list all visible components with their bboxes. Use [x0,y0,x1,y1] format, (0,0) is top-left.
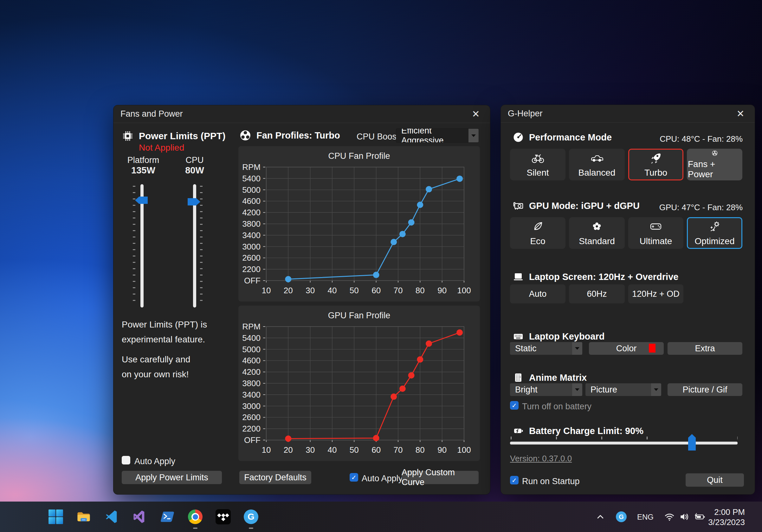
tidal-button[interactable] [215,508,231,525]
svg-text:100: 100 [457,286,471,295]
tidal-icon [215,509,231,524]
power-auto-apply-checkbox[interactable] [122,456,130,465]
battery-icon [512,425,524,436]
apply-power-limits-button[interactable]: Apply Power Limits [122,471,222,484]
ghelper-icon: G [244,509,258,524]
svg-text:3800: 3800 [242,379,261,388]
close-icon[interactable]: ✕ [733,107,748,121]
svg-text:60: 60 [371,445,381,455]
chevron-down-icon[interactable] [469,129,479,142]
svg-text:2600: 2600 [242,253,261,263]
gpu-button-ultimate[interactable]: Ultimate [628,217,683,249]
svg-text:20: 20 [284,445,293,455]
vscode-icon [104,509,119,524]
ghelper-titlebar[interactable]: G-Helper ✕ [501,105,755,123]
fan-profiles-title: Fan Profiles: Turbo [257,130,340,141]
powershell-button[interactable] [159,508,176,525]
laptop-keyboard-header: Laptop Keyboard [512,331,604,342]
start-button[interactable] [47,508,64,525]
svg-text:OFF: OFF [244,276,261,285]
file-explorer-button[interactable] [75,508,92,525]
svg-text:80: 80 [416,445,425,455]
mode-button-fans-power[interactable]: Fans + Power [687,149,742,181]
chevron-down-icon[interactable] [572,342,582,355]
svg-text:100: 100 [457,445,471,455]
svg-text:3400: 3400 [242,390,261,400]
platform-slider-thumb[interactable] [135,196,148,204]
curve-auto-apply-checkbox[interactable]: ✓ [349,473,358,482]
gpu-button-eco[interactable]: Eco [510,217,566,249]
factory-defaults-button[interactable]: Factory Defaults [239,471,311,484]
version-link[interactable]: Version: 0.37.0.0 [510,454,572,464]
chevron-down-icon[interactable] [572,383,582,396]
cpu-boost-select[interactable]: Efficient Aggressive [396,128,479,143]
svg-text:30: 30 [306,445,315,455]
chevron-down-icon[interactable] [651,383,661,396]
battery-charging-icon [694,512,706,522]
magic-gear-icon [708,220,722,234]
svg-text:5000: 5000 [242,185,261,195]
ghelper-taskbar-button[interactable]: G [243,508,259,525]
anime-brightness-select[interactable]: Bright [510,383,582,396]
taskbar: G G ENG [0,501,762,532]
vscode-button[interactable] [103,508,120,525]
power-limits-note-1: Power Limits (PPT) is experimental featu… [122,317,207,347]
wifi-button[interactable] [663,508,676,525]
clock[interactable]: 2:00 PM 3/23/2023 [708,507,745,527]
svg-text:4600: 4600 [242,356,261,365]
power-limits-title: Power Limits (PPT) [139,131,225,141]
tray-overflow-button[interactable] [595,508,606,525]
tray-date: 3/23/2023 [708,517,745,527]
anime-running-select[interactable]: Picture [585,383,661,396]
apply-custom-curve-button[interactable]: Apply Custom Curve [402,471,479,484]
ghelper-tray-button[interactable]: G [615,508,628,525]
volume-button[interactable] [678,508,691,525]
mode-button-turbo[interactable]: Turbo [628,149,683,181]
chrome-button[interactable] [187,508,203,525]
anime-picture-gif-button[interactable]: Picture / Gif [667,383,742,396]
fans-window-titlebar[interactable]: Fans and Power ✕ [114,105,490,123]
battery-slider-track[interactable] [510,442,737,444]
svg-text:50: 50 [349,286,359,295]
windows-start-icon [48,509,63,524]
quit-button[interactable]: Quit [686,473,744,487]
car-icon [590,151,604,165]
curve-auto-apply-label: Auto Apply [362,474,403,484]
battery-tray-button[interactable] [693,508,707,525]
run-on-startup-checkbox[interactable]: ✓ [510,476,519,485]
platform-slider-ticks [133,186,135,304]
keyboard-color-button[interactable]: Color [589,342,664,355]
anime-matrix-header: Anime Matrix [512,372,587,383]
keyboard-mode-value: Static [510,342,572,355]
svg-text:3800: 3800 [242,219,261,229]
cpu-temp-status: CPU: 48°C - Fan: 28% [660,134,743,144]
anime-battery-checkbox[interactable]: ✓ [510,401,519,410]
language-indicator[interactable]: ENG [637,513,653,521]
svg-text:2200: 2200 [242,424,261,433]
screen-button-60hz[interactable]: 60Hz [569,284,625,303]
ghelper-title: G-Helper [508,109,543,118]
svg-text:10: 10 [262,286,271,295]
mode-button-balanced[interactable]: Balanced [569,149,625,181]
screen-button-auto[interactable]: Auto [510,284,566,303]
mode-button-silent[interactable]: Silent [510,149,566,181]
wifi-icon [664,511,675,522]
ghelper-running-indicator [249,528,253,529]
cpu-slider-thumb[interactable] [188,198,200,205]
gpu-button-standard[interactable]: Standard [569,217,625,249]
screen-button-120hz-od[interactable]: 120Hz + OD [628,284,683,303]
keyboard-extra-button[interactable]: Extra [667,342,742,355]
gpu-fan-chart-panel: GPU Fan ProfileOFF2200260030003400380042… [238,306,480,461]
chrome-icon [188,509,202,524]
visual-studio-button[interactable] [131,508,148,525]
rocket-icon [649,151,663,165]
close-icon[interactable]: ✕ [469,107,483,121]
cpu-fan-curve-chart[interactable]: CPU Fan ProfileOFF2200260030003400380042… [238,146,480,301]
anime-running-value: Picture [585,383,651,396]
check-icon: ✓ [351,474,356,481]
gpu-fan-curve-chart[interactable]: GPU Fan ProfileOFF2200260030003400380042… [238,306,480,461]
ghelper-tray-icon: G [616,511,627,522]
ghelper-window: G-Helper ✕ Performance Mode CPU: 48°C - … [500,105,755,494]
keyboard-mode-select[interactable]: Static [510,342,582,355]
gpu-button-optimized[interactable]: Optimized [687,217,742,249]
